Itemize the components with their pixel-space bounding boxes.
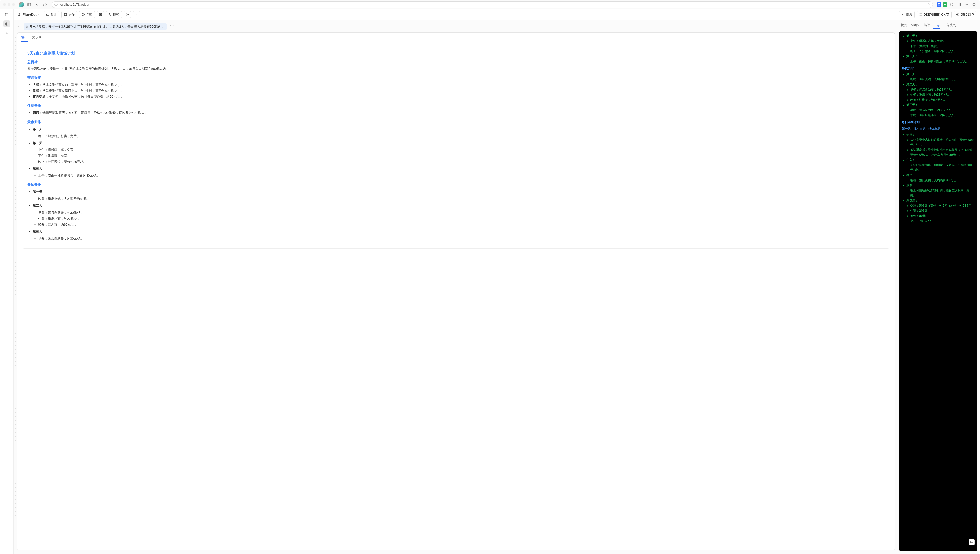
output-card: 输出 提示词 3天2夜北京到重庆旅游计划 总目标 参考网络攻略，安排一个3天2夜… bbox=[17, 32, 895, 550]
list-item: 上午：南山一棵树观景台，票价约30元/人。 bbox=[38, 172, 885, 179]
app-toolbar: FlowDeer 打开 保存 导出 撤销 首页 DEEPSEEK-CHAT 25… bbox=[14, 9, 980, 20]
svg-rect-3 bbox=[973, 3, 975, 6]
home-button[interactable]: 首页 bbox=[899, 11, 915, 18]
list-item: 选择经济型酒店，如如家、汉庭等，价格约200元/晚。 bbox=[910, 163, 974, 172]
side-tab-tasks[interactable]: 任务队列 bbox=[943, 23, 956, 29]
collapse-toggle[interactable] bbox=[17, 24, 22, 29]
list-item: 返程：从重庆乘坐高铁返回北京（约7小时，票价约500元/人）。 bbox=[33, 88, 885, 94]
rail-item-2[interactable] bbox=[3, 21, 10, 27]
list-item: 上午：磁器口古镇，免费。 bbox=[910, 39, 974, 44]
svg-point-6 bbox=[6, 24, 7, 24]
list-item: 第二天：上午：磁器口古镇，免费。下午：洪崖洞，免费。晚上：长江索道，票价约20元… bbox=[906, 34, 974, 54]
star-icon[interactable]: ☆ bbox=[927, 3, 930, 6]
prompt-row: 参考网络攻略，安排一个3天2夜的北京到重庆的旅游计划。人数为2人，每日每人消费在… bbox=[17, 24, 895, 30]
document-body: 3天2夜北京到重庆旅游计划 总目标 参考网络攻略，安排一个3天2夜的北京到重庆的… bbox=[17, 42, 895, 550]
svg-rect-12 bbox=[920, 15, 922, 15]
list-item: 第三天：早餐：酒店自助餐，约30元/人。午餐：重庆特色小吃，约40元/人。 bbox=[906, 102, 974, 118]
rail-add-icon[interactable]: + bbox=[3, 30, 10, 37]
extension-badge-1[interactable]: ❐ bbox=[937, 2, 941, 7]
svg-rect-4 bbox=[5, 13, 8, 16]
side-tab-log[interactable]: 日志 bbox=[934, 23, 940, 29]
list-item: 餐饮：80元 bbox=[910, 214, 974, 219]
list-item: 下午：洪崖洞，免费。 bbox=[38, 153, 885, 159]
profile-avatar[interactable] bbox=[19, 2, 24, 7]
list-item: 晚上：长江索道，票价约20元/人。 bbox=[910, 49, 974, 54]
svg-point-1 bbox=[950, 3, 953, 6]
browser-sidebar: + bbox=[0, 9, 14, 554]
list-item: 第二天：早餐：酒店自助餐，约30元/人。午餐：重庆小面，约20元/人。晚餐：江湖… bbox=[906, 82, 974, 102]
side-tab-summary[interactable]: 摘要 bbox=[901, 23, 907, 29]
extension-badge-2[interactable]: ◆ bbox=[943, 2, 947, 7]
list-item: 第一天：晚餐：重庆火锅，人均消费约80元。 bbox=[33, 189, 885, 202]
model-button[interactable]: DEEPSEEK-CHAT bbox=[916, 11, 952, 18]
list-item: 晚上：解放碑步行街，免费。 bbox=[38, 133, 885, 139]
feedback-button[interactable] bbox=[969, 539, 975, 545]
svg-point-14 bbox=[957, 14, 958, 14]
list-item: 第三天：早餐：酒店自助餐，约30元/人。 bbox=[33, 229, 885, 241]
sights-heading: 景点安排 bbox=[27, 120, 885, 125]
list-item: 住宿：200元 bbox=[910, 208, 974, 213]
list-item: 市内交通：主要使用地铁和公交，预计每日交通费用约20元/人。 bbox=[33, 94, 885, 100]
goal-heading: 总目标 bbox=[27, 60, 885, 64]
list-item: 第二天：早餐：酒店自助餐，约30元/人。午餐：重庆小面，约20元/人。晚餐：江湖… bbox=[33, 203, 885, 227]
list-item: 早餐：酒店自助餐，约30元/人。 bbox=[910, 108, 974, 113]
list-item: 晚餐：江湖菜，约60元/人。 bbox=[38, 222, 885, 228]
traffic-lights bbox=[3, 3, 15, 6]
log-daily-heading: 每日详细计划 bbox=[902, 120, 974, 125]
more-icon[interactable]: ⋯ bbox=[964, 2, 969, 8]
app-logo: FlowDeer bbox=[17, 12, 39, 16]
svg-rect-11 bbox=[920, 14, 922, 14]
list-item: 交通：500元（高铁）+ 5元（地铁）= 505元 bbox=[910, 203, 974, 208]
list-item: 早餐：酒店自助餐，约30元/人。 bbox=[38, 210, 885, 216]
list-item: 晚餐：重庆火锅，人均消费约80元。 bbox=[910, 77, 974, 82]
log-panel[interactable]: 第二天：上午：磁器口古镇，免费。下午：洪崖洞，免费。晚上：长江索道，票价约20元… bbox=[899, 31, 977, 551]
window-icon[interactable] bbox=[971, 2, 977, 8]
side-tab-ai-team[interactable]: AI团队 bbox=[911, 23, 920, 29]
goal-text: 参考网络攻略，安排一个3天2夜的北京到重庆的旅游计划。人数为2人，每日每人消费在… bbox=[27, 66, 885, 72]
list-item: 景点：晚上可前往解放碑步行街，感受重庆夜景，免费。 bbox=[906, 183, 974, 198]
rail-item-1[interactable] bbox=[3, 11, 10, 18]
list-item: 第二天：上午：磁器口古镇，免费。下午：洪崖洞，免费。晚上：长江索道，票价约20元… bbox=[33, 140, 885, 165]
side-tab-plugins[interactable]: 插件 bbox=[924, 23, 930, 29]
tab-output[interactable]: 输出 bbox=[21, 35, 28, 42]
list-item: 上午：磁器口古镇，免费。 bbox=[38, 147, 885, 153]
sidebar-toggle-icon[interactable] bbox=[26, 2, 32, 8]
list-item: 早餐：酒店自助餐，约30元/人。 bbox=[38, 236, 885, 241]
save-button[interactable]: 保存 bbox=[61, 11, 77, 18]
points-button[interactable]: 258913 P bbox=[954, 11, 976, 18]
new-node-button[interactable] bbox=[97, 11, 104, 18]
list-item: 上午：南山一棵树观景台，票价约30元/人。 bbox=[910, 59, 974, 64]
list-item: 总计：785元/人 bbox=[910, 219, 974, 224]
list-item: 晚餐：江湖菜，约60元/人。 bbox=[910, 98, 974, 102]
nav-back-icon[interactable] bbox=[34, 2, 40, 8]
list-item: 午餐：重庆小面，约20元/人。 bbox=[38, 216, 885, 222]
lodging-heading: 住宿安排 bbox=[27, 104, 885, 108]
list-item: 第三天：上午：南山一棵树观景台，票价约30元/人。 bbox=[33, 166, 885, 179]
prompt-text[interactable]: 参考网络攻略，安排一个3天2夜的北京到重庆的旅游计划。人数为2人，每日每人消费在… bbox=[24, 24, 167, 30]
export-button[interactable]: 导出 bbox=[79, 11, 95, 18]
panel-icon[interactable] bbox=[956, 2, 962, 8]
list-item: 交通：从北京乘坐高铁前往重庆（约7小时，票价约500元/人）。抵达重庆后，乘坐地… bbox=[906, 133, 974, 157]
url-bar[interactable]: ⓘ localhost:5173/#/deer ☆ bbox=[52, 2, 933, 8]
list-item: 去程：从北京乘坐高铁前往重庆（约7小时，票价约500元/人）。 bbox=[33, 82, 885, 88]
browser-titlebar: ⓘ localhost:5173/#/deer ☆ ❐ ◆ ⋯ bbox=[0, 0, 980, 9]
svg-rect-7 bbox=[64, 13, 67, 16]
settings-button[interactable] bbox=[124, 11, 131, 18]
transport-heading: 交通安排 bbox=[27, 75, 885, 80]
list-item: 住宿：选择经济型酒店，如如家、汉庭等，价格约200元/晚。 bbox=[906, 158, 974, 172]
list-item: 午餐：重庆小面，约20元/人。 bbox=[910, 93, 974, 97]
tab-prompt[interactable]: 提示词 bbox=[32, 35, 41, 42]
nav-refresh-icon[interactable] bbox=[42, 2, 48, 8]
list-item: 第一天：晚上：解放碑步行街，免费。 bbox=[33, 126, 885, 139]
url-text: localhost:5173/#/deer bbox=[60, 3, 89, 6]
svg-rect-0 bbox=[28, 3, 30, 6]
dropdown-button[interactable] bbox=[133, 11, 140, 18]
extensions-icon[interactable] bbox=[949, 2, 955, 8]
open-button[interactable]: 打开 bbox=[44, 11, 59, 18]
undo-button[interactable]: 撤销 bbox=[106, 11, 122, 18]
log-food-heading: 餐饮安排 bbox=[902, 66, 974, 71]
list-item: 晚上：长江索道，票价约20元/人。 bbox=[38, 159, 885, 165]
info-icon: ⓘ bbox=[54, 2, 58, 6]
list-item: 酒店：选择经济型酒店，如如家、汉庭等，价格约200元/晚，两晚共计400元/人。 bbox=[33, 110, 885, 116]
list-item: 总费用：交通：500元（高铁）+ 5元（地铁）= 505元住宿：200元餐饮：8… bbox=[906, 198, 974, 224]
